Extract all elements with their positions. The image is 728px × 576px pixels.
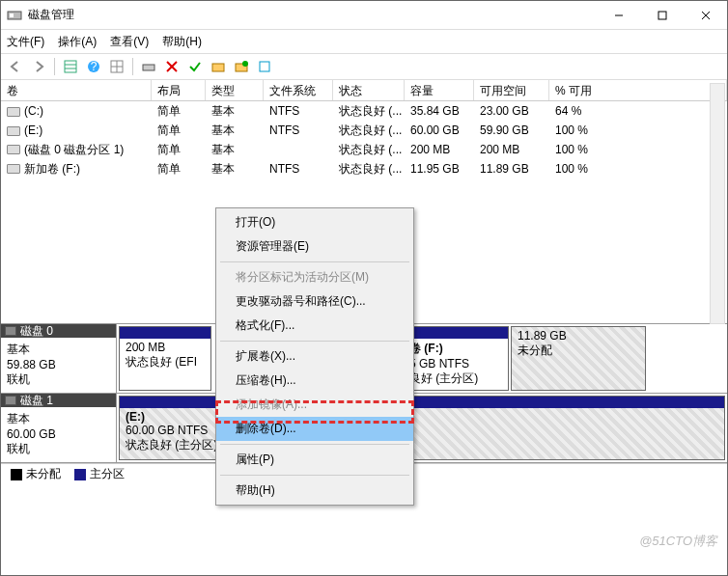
menu-help[interactable]: 帮助(H) xyxy=(216,479,413,503)
svg-rect-20 xyxy=(260,62,269,71)
close-button[interactable] xyxy=(684,2,727,29)
col-fs[interactable]: 文件系统 xyxy=(264,80,333,100)
unallocated-swatch xyxy=(11,469,22,480)
menu-change-letter[interactable]: 更改驱动器号和路径(C)... xyxy=(216,289,413,314)
volume-row[interactable]: (C:) 简单 基本 NTFS 状态良好 (... 35.84 GB 23.00… xyxy=(1,101,727,121)
forward-button[interactable] xyxy=(28,56,49,77)
menu-view[interactable]: 查看(V) xyxy=(110,34,149,50)
menu-extend[interactable]: 扩展卷(X)... xyxy=(216,344,413,369)
properties-icon[interactable] xyxy=(254,56,275,77)
maximize-button[interactable] xyxy=(640,2,684,29)
partition-unallocated[interactable]: 11.89 GB 未分配 xyxy=(511,326,646,391)
menu-format[interactable]: 格式化(F)... xyxy=(216,314,413,338)
drive-icon xyxy=(7,164,20,174)
disk-icon xyxy=(5,396,16,405)
help-icon[interactable]: ? xyxy=(83,56,104,77)
volume-row[interactable]: (磁盘 0 磁盘分区 1) 简单 基本 状态良好 (... 200 MB 200… xyxy=(1,140,727,159)
window-title: 磁盘管理 xyxy=(28,7,597,23)
partition[interactable]: (E:) 60.00 GB NTFS 状态良好 (主分区) xyxy=(119,396,725,460)
col-volume[interactable]: 卷 xyxy=(1,80,152,100)
menu-add-mirror: 添加镜像(A)... xyxy=(216,393,413,417)
toolbar: ? xyxy=(1,53,727,80)
menu-separator xyxy=(220,341,409,342)
titlebar: 磁盘管理 xyxy=(1,1,727,30)
svg-rect-3 xyxy=(658,12,666,19)
col-free[interactable]: 可用空间 xyxy=(474,80,549,100)
folder-icon[interactable] xyxy=(208,56,229,77)
drive-icon xyxy=(7,145,20,154)
svg-text:?: ? xyxy=(91,60,98,73)
svg-rect-14 xyxy=(143,65,154,70)
menu-delete-volume[interactable]: 删除卷(D)... xyxy=(216,417,413,441)
svg-rect-6 xyxy=(65,61,76,72)
disk-icon xyxy=(5,326,16,336)
context-menu: 打开(O) 资源管理器(E) 将分区标记为活动分区(M) 更改驱动器号和路径(C… xyxy=(215,207,414,506)
menu-shrink[interactable]: 压缩卷(H)... xyxy=(216,369,413,393)
menu-open[interactable]: 打开(O) xyxy=(216,210,413,234)
disk-0-header[interactable]: 磁盘 0 基本 59.88 GB 联机 xyxy=(1,324,117,393)
primary-swatch xyxy=(74,469,86,480)
col-status[interactable]: 状态 xyxy=(333,80,405,100)
drive-icon[interactable] xyxy=(138,56,159,77)
menu-separator xyxy=(220,444,409,445)
view-list-icon[interactable] xyxy=(60,56,81,77)
col-capacity[interactable]: 容量 xyxy=(405,80,474,100)
column-headers: 卷 布局 类型 文件系统 状态 容量 可用空间 % 可用 xyxy=(1,80,727,101)
drive-icon xyxy=(7,107,20,117)
menu-properties[interactable]: 属性(P) xyxy=(216,448,413,472)
menu-file[interactable]: 文件(F) xyxy=(7,34,44,50)
volume-row[interactable]: (E:) 简单 基本 NTFS 状态良好 (... 60.00 GB 59.90… xyxy=(1,121,727,140)
col-pct[interactable]: % 可用 xyxy=(549,80,727,100)
delete-icon[interactable] xyxy=(161,56,182,77)
menu-help[interactable]: 帮助(H) xyxy=(162,34,202,50)
menu-separator xyxy=(220,261,409,262)
menu-explorer[interactable]: 资源管理器(E) xyxy=(216,234,413,259)
volume-list: (C:) 简单 基本 NTFS 状态良好 (... 35.84 GB 23.00… xyxy=(1,101,727,178)
drive-icon xyxy=(7,126,20,136)
svg-rect-1 xyxy=(10,14,14,17)
col-type[interactable]: 类型 xyxy=(206,80,264,100)
check-icon[interactable] xyxy=(184,56,206,77)
menu-mark-active: 将分区标记为活动分区(M) xyxy=(216,265,413,289)
disk-1-header[interactable]: 磁盘 1 基本 60.00 GB 联机 xyxy=(1,394,117,462)
partition[interactable]: 200 MB 状态良好 (EFI xyxy=(119,326,211,391)
app-icon xyxy=(7,8,22,23)
svg-point-19 xyxy=(242,61,248,67)
menubar: 文件(F) 操作(A) 查看(V) 帮助(H) xyxy=(1,30,727,53)
svg-rect-17 xyxy=(212,64,224,71)
new-icon[interactable] xyxy=(231,56,252,77)
watermark: @51CTO博客 xyxy=(639,533,717,550)
menu-action[interactable]: 操作(A) xyxy=(58,34,97,50)
table-icon[interactable] xyxy=(106,56,127,77)
volume-row[interactable]: 新加卷 (F:) 简单 基本 NTFS 状态良好 (... 11.95 GB 1… xyxy=(1,159,727,178)
menu-separator xyxy=(220,475,409,476)
partition[interactable]: 卷 (F:) 5 GB NTFS 良好 (主分区) xyxy=(403,326,509,391)
scrollbar[interactable] xyxy=(710,83,725,324)
minimize-button[interactable] xyxy=(597,2,640,29)
col-layout[interactable]: 布局 xyxy=(152,80,206,100)
back-button[interactable] xyxy=(5,56,26,77)
